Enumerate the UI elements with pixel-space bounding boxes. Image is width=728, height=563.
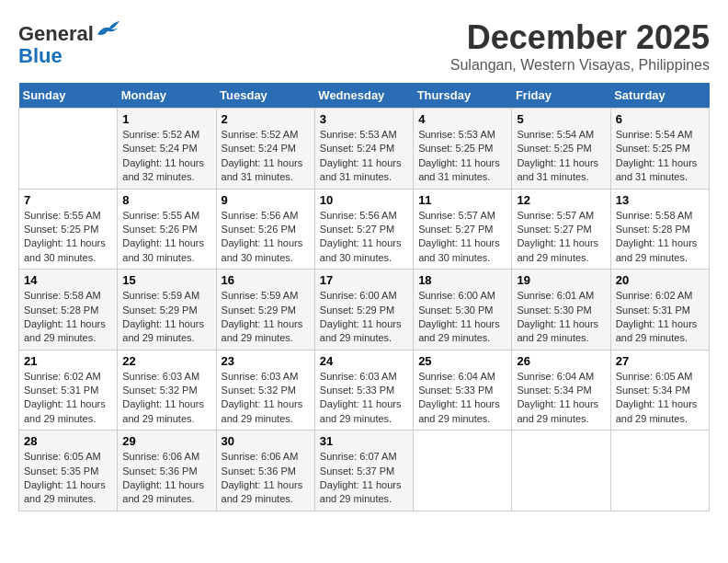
header-thursday: Thursday bbox=[414, 83, 512, 109]
calendar-cell: 23Sunrise: 6:03 AM Sunset: 5:32 PM Dayli… bbox=[216, 350, 314, 431]
calendar-cell: 9Sunrise: 5:56 AM Sunset: 5:26 PM Daylig… bbox=[216, 189, 314, 270]
day-info: Sunrise: 6:06 AM Sunset: 5:36 PM Dayligh… bbox=[222, 450, 310, 507]
calendar-cell bbox=[19, 109, 118, 190]
day-number: 5 bbox=[517, 112, 605, 126]
calendar-cell bbox=[610, 431, 709, 511]
day-number: 26 bbox=[517, 354, 605, 368]
day-number: 28 bbox=[24, 434, 112, 448]
day-number: 21 bbox=[24, 354, 112, 368]
logo-general: General bbox=[18, 22, 94, 45]
day-info: Sunrise: 5:58 AM Sunset: 5:28 PM Dayligh… bbox=[616, 209, 704, 266]
day-number: 20 bbox=[616, 273, 704, 287]
calendar-cell: 7Sunrise: 5:55 AM Sunset: 5:25 PM Daylig… bbox=[19, 189, 118, 270]
calendar-cell: 22Sunrise: 6:03 AM Sunset: 5:32 PM Dayli… bbox=[118, 350, 216, 431]
day-number: 2 bbox=[222, 112, 310, 126]
day-number: 22 bbox=[122, 354, 210, 368]
calendar-cell: 16Sunrise: 5:59 AM Sunset: 5:29 PM Dayli… bbox=[216, 270, 314, 350]
calendar-cell: 13Sunrise: 5:58 AM Sunset: 5:28 PM Dayli… bbox=[610, 189, 709, 270]
calendar-cell: 24Sunrise: 6:03 AM Sunset: 5:33 PM Dayli… bbox=[314, 350, 413, 431]
day-info: Sunrise: 5:55 AM Sunset: 5:26 PM Dayligh… bbox=[122, 209, 210, 266]
day-number: 7 bbox=[24, 193, 112, 207]
day-info: Sunrise: 6:02 AM Sunset: 5:31 PM Dayligh… bbox=[616, 289, 704, 346]
logo: General Blue bbox=[18, 18, 121, 67]
calendar-cell: 4Sunrise: 5:53 AM Sunset: 5:25 PM Daylig… bbox=[414, 109, 512, 190]
day-info: Sunrise: 5:53 AM Sunset: 5:24 PM Dayligh… bbox=[320, 128, 408, 185]
day-number: 8 bbox=[122, 193, 210, 207]
day-info: Sunrise: 5:57 AM Sunset: 5:27 PM Dayligh… bbox=[517, 209, 605, 266]
calendar-table: SundayMondayTuesdayWednesdayThursdayFrid… bbox=[18, 83, 710, 511]
day-info: Sunrise: 5:53 AM Sunset: 5:25 PM Dayligh… bbox=[418, 128, 506, 185]
location-title: Sulangan, Western Visayas, Philippines bbox=[450, 57, 710, 74]
logo-blue: Blue bbox=[18, 44, 63, 67]
day-number: 30 bbox=[222, 434, 310, 448]
day-number: 4 bbox=[418, 112, 506, 126]
day-info: Sunrise: 6:03 AM Sunset: 5:32 PM Dayligh… bbox=[122, 370, 210, 427]
calendar-cell: 27Sunrise: 6:05 AM Sunset: 5:34 PM Dayli… bbox=[610, 350, 709, 431]
day-number: 13 bbox=[616, 193, 704, 207]
day-info: Sunrise: 6:00 AM Sunset: 5:30 PM Dayligh… bbox=[418, 289, 506, 346]
day-info: Sunrise: 6:05 AM Sunset: 5:34 PM Dayligh… bbox=[616, 370, 704, 427]
day-info: Sunrise: 5:58 AM Sunset: 5:28 PM Dayligh… bbox=[24, 289, 112, 346]
week-row-3: 14Sunrise: 5:58 AM Sunset: 5:28 PM Dayli… bbox=[19, 270, 710, 350]
day-info: Sunrise: 5:54 AM Sunset: 5:25 PM Dayligh… bbox=[616, 128, 704, 185]
week-row-5: 28Sunrise: 6:05 AM Sunset: 5:35 PM Dayli… bbox=[19, 431, 710, 511]
day-number: 1 bbox=[122, 112, 210, 126]
day-info: Sunrise: 6:02 AM Sunset: 5:31 PM Dayligh… bbox=[24, 370, 112, 427]
header-monday: Monday bbox=[118, 83, 216, 109]
day-info: Sunrise: 5:56 AM Sunset: 5:26 PM Dayligh… bbox=[222, 209, 310, 266]
header-friday: Friday bbox=[512, 83, 610, 109]
calendar-header-row: SundayMondayTuesdayWednesdayThursdayFrid… bbox=[19, 83, 710, 109]
day-info: Sunrise: 6:01 AM Sunset: 5:30 PM Dayligh… bbox=[517, 289, 605, 346]
day-info: Sunrise: 6:04 AM Sunset: 5:34 PM Dayligh… bbox=[517, 370, 605, 427]
calendar-cell: 2Sunrise: 5:52 AM Sunset: 5:24 PM Daylig… bbox=[216, 109, 314, 190]
calendar-cell: 25Sunrise: 6:04 AM Sunset: 5:33 PM Dayli… bbox=[414, 350, 512, 431]
week-row-1: 1Sunrise: 5:52 AM Sunset: 5:24 PM Daylig… bbox=[19, 109, 710, 190]
title-block: December 2025 Sulangan, Western Visayas,… bbox=[450, 18, 710, 74]
week-row-4: 21Sunrise: 6:02 AM Sunset: 5:31 PM Dayli… bbox=[19, 350, 710, 431]
day-info: Sunrise: 6:06 AM Sunset: 5:36 PM Dayligh… bbox=[122, 450, 210, 507]
day-info: Sunrise: 6:04 AM Sunset: 5:33 PM Dayligh… bbox=[418, 370, 506, 427]
day-number: 17 bbox=[320, 273, 408, 287]
day-info: Sunrise: 6:00 AM Sunset: 5:29 PM Dayligh… bbox=[320, 289, 408, 346]
day-number: 23 bbox=[222, 354, 310, 368]
calendar-cell: 5Sunrise: 5:54 AM Sunset: 5:25 PM Daylig… bbox=[512, 109, 610, 190]
header-tuesday: Tuesday bbox=[216, 83, 314, 109]
calendar-cell: 29Sunrise: 6:06 AM Sunset: 5:36 PM Dayli… bbox=[118, 431, 216, 511]
header-sunday: Sunday bbox=[19, 83, 118, 109]
logo-bird-icon bbox=[96, 18, 121, 40]
calendar-cell: 14Sunrise: 5:58 AM Sunset: 5:28 PM Dayli… bbox=[19, 270, 118, 350]
day-number: 3 bbox=[320, 112, 408, 126]
day-number: 16 bbox=[222, 273, 310, 287]
day-number: 27 bbox=[616, 354, 704, 368]
day-info: Sunrise: 5:57 AM Sunset: 5:27 PM Dayligh… bbox=[418, 209, 506, 266]
calendar-cell: 20Sunrise: 6:02 AM Sunset: 5:31 PM Dayli… bbox=[610, 270, 709, 350]
calendar-cell: 21Sunrise: 6:02 AM Sunset: 5:31 PM Dayli… bbox=[19, 350, 118, 431]
day-number: 19 bbox=[517, 273, 605, 287]
day-info: Sunrise: 5:56 AM Sunset: 5:27 PM Dayligh… bbox=[320, 209, 408, 266]
calendar-cell: 18Sunrise: 6:00 AM Sunset: 5:30 PM Dayli… bbox=[414, 270, 512, 350]
day-number: 18 bbox=[418, 273, 506, 287]
day-info: Sunrise: 5:52 AM Sunset: 5:24 PM Dayligh… bbox=[122, 128, 210, 185]
day-number: 6 bbox=[616, 112, 704, 126]
day-info: Sunrise: 5:59 AM Sunset: 5:29 PM Dayligh… bbox=[222, 289, 310, 346]
calendar-cell: 31Sunrise: 6:07 AM Sunset: 5:37 PM Dayli… bbox=[314, 431, 413, 511]
day-info: Sunrise: 5:54 AM Sunset: 5:25 PM Dayligh… bbox=[517, 128, 605, 185]
day-number: 11 bbox=[418, 193, 506, 207]
day-number: 10 bbox=[320, 193, 408, 207]
day-number: 15 bbox=[122, 273, 210, 287]
day-number: 24 bbox=[320, 354, 408, 368]
header-wednesday: Wednesday bbox=[314, 83, 413, 109]
day-info: Sunrise: 6:03 AM Sunset: 5:33 PM Dayligh… bbox=[320, 370, 408, 427]
day-info: Sunrise: 6:05 AM Sunset: 5:35 PM Dayligh… bbox=[24, 450, 112, 507]
calendar-cell: 11Sunrise: 5:57 AM Sunset: 5:27 PM Dayli… bbox=[414, 189, 512, 270]
calendar-cell: 17Sunrise: 6:00 AM Sunset: 5:29 PM Dayli… bbox=[314, 270, 413, 350]
calendar-cell: 10Sunrise: 5:56 AM Sunset: 5:27 PM Dayli… bbox=[314, 189, 413, 270]
calendar-cell: 8Sunrise: 5:55 AM Sunset: 5:26 PM Daylig… bbox=[118, 189, 216, 270]
calendar-cell: 19Sunrise: 6:01 AM Sunset: 5:30 PM Dayli… bbox=[512, 270, 610, 350]
calendar-cell: 15Sunrise: 5:59 AM Sunset: 5:29 PM Dayli… bbox=[118, 270, 216, 350]
calendar-cell: 30Sunrise: 6:06 AM Sunset: 5:36 PM Dayli… bbox=[216, 431, 314, 511]
calendar-cell: 12Sunrise: 5:57 AM Sunset: 5:27 PM Dayli… bbox=[512, 189, 610, 270]
day-number: 9 bbox=[222, 193, 310, 207]
calendar-cell: 26Sunrise: 6:04 AM Sunset: 5:34 PM Dayli… bbox=[512, 350, 610, 431]
day-number: 14 bbox=[24, 273, 112, 287]
